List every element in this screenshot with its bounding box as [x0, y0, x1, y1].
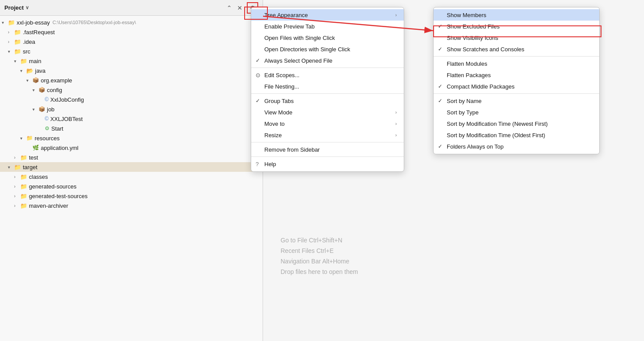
- folder-icon-mavenArchiver: 📁: [20, 202, 27, 209]
- icon-help: ?: [256, 161, 263, 167]
- tree-container: ▾ 📁 xxl-job-essay C:\Users\10765\Desktop…: [0, 16, 263, 341]
- label-show-visibility: Show Visibility Icons: [447, 35, 498, 41]
- label-move-to: Move to: [264, 121, 285, 127]
- menu-item-sort-name[interactable]: ✓ Sort by Name: [434, 95, 599, 107]
- tree-item-java[interactable]: ▾ 📂 java: [0, 66, 263, 75]
- folder-icon-job: 📦: [39, 106, 45, 112]
- label-main: main: [29, 58, 41, 64]
- menu-item-sort-mod-newest[interactable]: Sort by Modification Time (Newest First): [434, 118, 599, 129]
- menu-item-flatten-packages[interactable]: Flatten Packages: [434, 69, 599, 81]
- label-orgExample: org.example: [41, 77, 72, 84]
- menu-item-always-select[interactable]: ✓ Always Select Opened File: [251, 55, 404, 66]
- menu-item-open-single[interactable]: Open Files with Single Click: [251, 32, 404, 43]
- menu-item-show-visibility[interactable]: Show Visibility Icons: [434, 32, 599, 43]
- tree-item-src[interactable]: ▾ 📁 src: [0, 46, 263, 56]
- label-flatten-modules: Flatten Modules: [447, 60, 487, 67]
- tree-root[interactable]: ▾ 📁 xxl-job-essay C:\Users\10765\Desktop…: [0, 18, 263, 27]
- menu-item-compact-middle[interactable]: ✓ Compact Middle Packages: [434, 81, 599, 92]
- menu-item-group-tabs[interactable]: ✓ Group Tabs: [251, 95, 404, 107]
- label-view-mode: View Mode: [264, 109, 292, 116]
- tree-item-test[interactable]: › 📁 test: [0, 153, 263, 162]
- menu-item-resize[interactable]: Resize ›: [251, 129, 404, 141]
- menu-item-folders-top[interactable]: ✓ Folders Always on Top: [434, 141, 599, 152]
- tree-item-Start[interactable]: ⚙ Start: [0, 124, 263, 133]
- class-icon-XxlJobConfig: ©: [45, 96, 49, 103]
- tree-appearance-menu: Tree Appearance › Enable Preview Tab Ope…: [251, 7, 404, 172]
- tree-item-genSources[interactable]: › 📁 generated-sources: [0, 181, 263, 191]
- folder-icon-main: 📁: [20, 58, 27, 64]
- chevron-config: ▾: [32, 88, 39, 92]
- arrow-move-to: ›: [395, 121, 397, 126]
- project-panel: Project ∨ ⌃ ✕ ⚙ ▾ 📁 xxl-job-essay C:\Use…: [0, 0, 263, 341]
- project-chevron[interactable]: ∨: [25, 5, 29, 11]
- goto-file-text: Go to File Ctrl+Shift+N: [281, 237, 342, 244]
- menu-item-help[interactable]: ? Help: [251, 158, 404, 170]
- label-group-tabs: Group Tabs: [264, 98, 294, 104]
- tree-item-mavenArchiver[interactable]: › 📁 maven-archiver: [0, 201, 263, 210]
- label-edit-scopes: Edit Scopes...: [264, 72, 299, 78]
- chevron-test: ›: [14, 155, 20, 160]
- chevron-fastRequest: ›: [8, 30, 14, 35]
- tree-appearance-label: Tree Appearance: [264, 12, 308, 18]
- menu-item-file-nesting[interactable]: File Nesting...: [251, 81, 404, 92]
- tree-item-idea[interactable]: › 📁 .idea: [0, 37, 263, 46]
- arrow-resize: ›: [395, 133, 397, 138]
- label-mavenArchiver: maven-archiver: [29, 202, 68, 209]
- file-icon-appYml: 🌿: [32, 145, 39, 151]
- tree-item-XxlJobConfig[interactable]: © XxlJobConfig: [0, 95, 263, 104]
- tree-item-config[interactable]: ▾ 📦 config: [0, 85, 263, 95]
- menu-item-sort-type[interactable]: Sort by Type: [434, 107, 599, 118]
- nav-bar-text: Navigation Bar Alt+Home: [281, 258, 349, 265]
- label-classes: classes: [29, 174, 48, 180]
- folder-icon-config: 📦: [39, 87, 45, 93]
- tree-item-orgExample[interactable]: ▾ 📦 org.example: [0, 75, 263, 85]
- tree-item-XXLJOBTest[interactable]: © XXLJOBTest: [0, 114, 263, 124]
- label-genSources: generated-sources: [29, 183, 76, 190]
- root-path: C:\Users\10765\Desktop\xxl-job-essay\: [53, 20, 136, 25]
- menu-item-enable-preview[interactable]: Enable Preview Tab: [251, 21, 404, 32]
- menu-item-remove-sidebar[interactable]: Remove from Sidebar: [251, 144, 404, 155]
- label-open-dirs: Open Directories with Single Click: [264, 46, 350, 53]
- tree-item-genTestSources[interactable]: › 📁 generated-test-sources: [0, 191, 263, 201]
- tree-item-fastRequest[interactable]: › 📁 .fastRequest: [0, 27, 263, 37]
- collapse-icon[interactable]: ⌃: [226, 4, 233, 12]
- check-folders-top: ✓: [438, 143, 445, 149]
- arrow-view-mode: ›: [395, 110, 397, 115]
- label-idea: .idea: [23, 39, 35, 45]
- separator-1: [251, 67, 404, 68]
- tree-item-job[interactable]: ▾ 📦 job: [0, 104, 263, 114]
- folder-icon-classes: 📁: [20, 174, 27, 180]
- drop-files-text: Drop files here to open them: [281, 268, 358, 275]
- root-folder-icon: 📁: [8, 19, 15, 26]
- menu-item-show-excluded[interactable]: ✓ Show Excluded Files: [434, 21, 599, 32]
- menu-item-open-dirs[interactable]: Open Directories with Single Click: [251, 43, 404, 55]
- menu-item-view-mode[interactable]: View Mode ›: [251, 107, 404, 118]
- tree-item-classes[interactable]: › 📁 classes: [0, 172, 263, 181]
- label-fastRequest: .fastRequest: [23, 29, 55, 36]
- menu-item-show-members[interactable]: Show Members: [434, 9, 599, 21]
- chevron-src: ▾: [8, 49, 14, 54]
- close-icon[interactable]: ✕: [236, 4, 243, 12]
- chevron-main: ▾: [14, 59, 20, 64]
- menu-item-tree-appearance[interactable]: Tree Appearance ›: [251, 9, 404, 21]
- tree-item-target[interactable]: ▾ 📁 target: [0, 162, 263, 172]
- folder-icon-orgExample: 📦: [32, 77, 39, 83]
- check-group-tabs: ✓: [256, 98, 263, 104]
- menu-item-flatten-modules[interactable]: Flatten Modules: [434, 58, 599, 69]
- menu-item-sort-mod-oldest[interactable]: Sort by Modification Time (Oldest First): [434, 129, 599, 141]
- label-help: Help: [264, 161, 276, 167]
- menu-item-show-scratches[interactable]: ✓ Show Scratches and Consoles: [434, 43, 599, 55]
- tree-item-resources[interactable]: ▾ 📁 resources: [0, 133, 263, 143]
- menu-item-edit-scopes[interactable]: ⊙ Edit Scopes...: [251, 69, 404, 81]
- chevron-orgExample: ▾: [26, 78, 32, 83]
- chevron-classes: ›: [14, 174, 20, 179]
- chevron-java: ▾: [20, 68, 26, 73]
- folder-icon-java: 📂: [26, 67, 33, 74]
- label-appYml: application.yml: [41, 145, 78, 151]
- folder-icon-test: 📁: [20, 154, 27, 161]
- tree-item-appYml[interactable]: 🌿 application.yml: [0, 143, 263, 153]
- folder-icon-idea: 📁: [14, 39, 21, 45]
- label-XxlJobConfig: XxlJobConfig: [50, 96, 84, 103]
- menu-item-move-to[interactable]: Move to ›: [251, 118, 404, 129]
- tree-item-main[interactable]: ▾ 📁 main: [0, 56, 263, 66]
